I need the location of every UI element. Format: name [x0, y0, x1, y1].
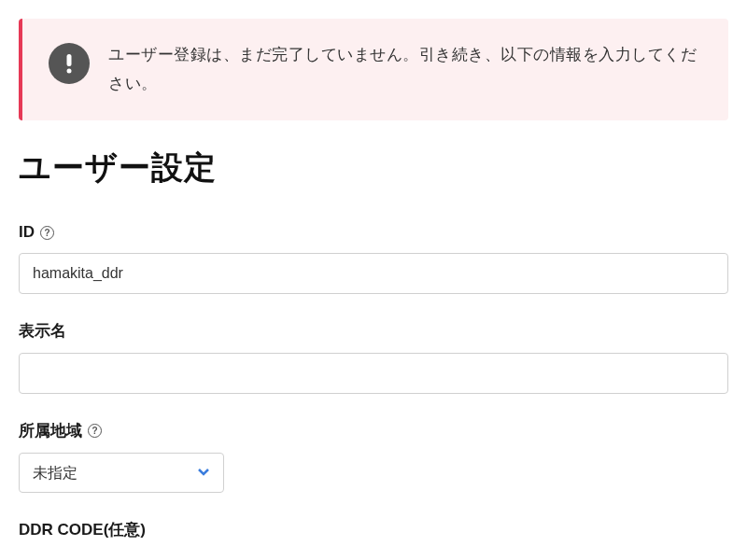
- region-label-row: 所属地域 ?: [19, 420, 728, 441]
- region-select-wrap: 未指定: [19, 453, 224, 493]
- form-group-display-name: 表示名: [19, 320, 728, 394]
- ddr-code-label-row: DDR CODE(任意): [19, 519, 728, 540]
- display-name-label-row: 表示名: [19, 320, 728, 342]
- ddr-code-label: DDR CODE(任意): [19, 519, 146, 540]
- id-label-row: ID ?: [19, 223, 728, 242]
- display-name-input[interactable]: [19, 353, 728, 394]
- exclamation-icon: [49, 43, 90, 84]
- region-select[interactable]: 未指定: [19, 453, 224, 493]
- alert-message: ユーザー登録は、まだ完了していません。引き続き、以下の情報を入力してください。: [108, 41, 702, 98]
- form-group-id: ID ?: [19, 223, 728, 294]
- registration-incomplete-alert: ユーザー登録は、まだ完了していません。引き続き、以下の情報を入力してください。: [19, 19, 728, 120]
- help-icon[interactable]: ?: [40, 226, 54, 240]
- region-label: 所属地域: [19, 420, 82, 441]
- help-icon[interactable]: ?: [88, 424, 102, 438]
- page-title: ユーザー設定: [19, 147, 728, 189]
- form-group-region: 所属地域 ? 未指定: [19, 420, 728, 493]
- svg-point-1: [67, 69, 72, 74]
- svg-rect-0: [67, 54, 72, 66]
- display-name-label: 表示名: [19, 320, 66, 342]
- id-input[interactable]: [19, 253, 728, 294]
- id-label: ID: [19, 223, 35, 242]
- form-group-ddr-code: DDR CODE(任意): [19, 519, 728, 540]
